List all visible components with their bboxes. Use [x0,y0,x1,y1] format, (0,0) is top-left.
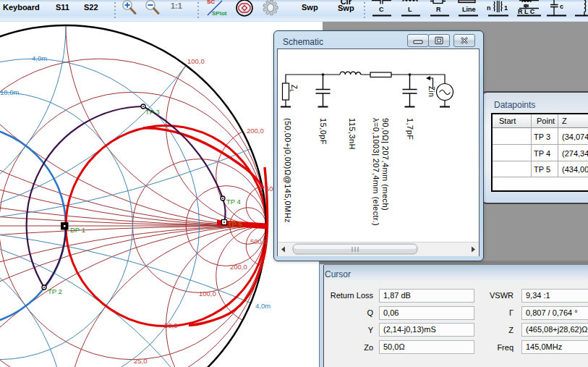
svg-text:100,0: 100,0 [187,57,205,65]
svg-text:Line: Line [462,6,476,13]
svg-text:100,0: 100,0 [199,290,216,298]
svg-text:TP 2: TP 2 [48,287,62,295]
svg-text:L: L [408,6,412,13]
svg-text:10,0m: 10,0m [0,88,19,96]
svg-text:R: R [436,6,441,13]
svg-text:50,0: 50,0 [164,321,178,329]
svg-text:500,0: 500,0 [250,237,268,245]
svg-text:TP 5: TP 5 [228,220,242,228]
svg-text:25,0: 25,0 [134,357,148,365]
svg-text:1: 1 [504,4,508,12]
svg-text:SPlot: SPlot [212,10,227,17]
svg-text:SC: SC [207,0,215,5]
svg-text:R L C: R L C [518,8,535,15]
svg-text:C: C [379,6,384,13]
svg-text:200,0: 200,0 [230,263,247,271]
svg-text:TP 3: TP 3 [145,108,160,116]
svg-text:4,0m: 4,0m [255,302,270,310]
svg-text:TP 4: TP 4 [226,198,241,206]
svg-text:n: n [487,4,491,12]
svg-text:4,0m: 4,0m [32,54,47,62]
svg-text:c: c [560,3,563,10]
svg-text:200,0: 200,0 [247,127,264,135]
svg-text:DP 1: DP 1 [70,226,85,234]
